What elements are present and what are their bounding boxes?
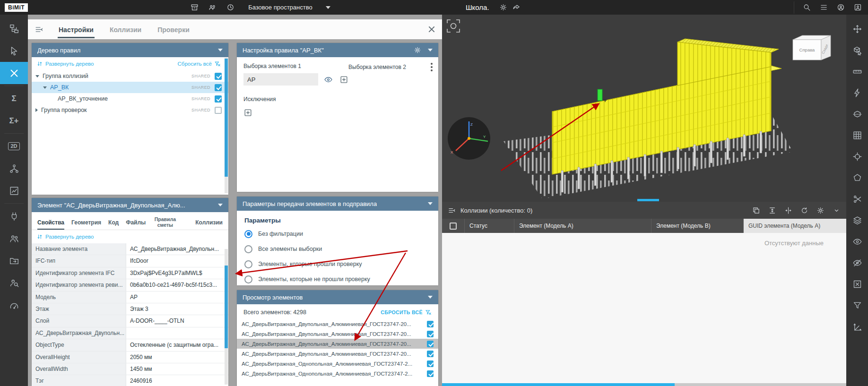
column-header-guid[interactable]: GUID элемента (Модель А)	[744, 219, 846, 233]
select-element-icon[interactable]	[846, 40, 868, 61]
tab-files[interactable]: Файлы	[126, 219, 146, 230]
viewport-3d[interactable]: Z Y X Справа Сзади	[442, 15, 846, 202]
hierarchy-icon[interactable]	[0, 157, 28, 180]
caret-down-icon[interactable]	[35, 75, 39, 77]
column-header-element-a[interactable]: Элемент (Модель А)	[514, 219, 651, 233]
filter-option[interactable]: Элементы, которые не прошли проверку	[237, 272, 438, 285]
user-search-icon[interactable]	[0, 272, 28, 294]
workspace-selector[interactable]: Базовое пространство	[248, 4, 330, 11]
kebab-menu-icon[interactable]	[431, 63, 433, 65]
reset-all-link[interactable]: Сбросить всё	[178, 60, 221, 67]
node-checkbox[interactable]	[215, 107, 222, 114]
clip-scissors-icon[interactable]	[846, 189, 868, 210]
radio-selected-icon[interactable]	[244, 230, 252, 238]
visibility-eye-icon[interactable]	[846, 231, 868, 252]
collapse-panel-icon[interactable]	[35, 25, 43, 34]
move-pan-icon[interactable]	[846, 18, 868, 40]
orientation-gizmo[interactable]: Z Y X	[448, 117, 490, 160]
table-row[interactable]: IFC-типIfcDoor	[32, 255, 228, 267]
scrollbar[interactable]	[225, 58, 228, 193]
item-checkbox[interactable]	[427, 331, 434, 337]
expand-tree-link[interactable]: Развернуть дерево	[36, 60, 94, 67]
list-item[interactable]: АС_ДверьВитражная_Однопольная_Алюминиева…	[237, 359, 438, 369]
item-checkbox[interactable]	[427, 351, 434, 357]
close-icon[interactable]	[428, 26, 435, 33]
models-archive-icon[interactable]	[188, 1, 201, 14]
column-header-status[interactable]: Статус	[465, 219, 514, 233]
list-item-selected[interactable]: АС_ДверьВитражная_Двупольная_Алюминиевая…	[237, 339, 438, 349]
expand-tree-link[interactable]: Развернуть дерево	[36, 233, 94, 240]
measure-icon[interactable]	[846, 61, 868, 82]
focus-target-icon[interactable]	[447, 20, 460, 32]
sum-icon[interactable]: Σ	[0, 87, 28, 110]
select-all-checkbox[interactable]	[450, 223, 457, 230]
tree-node-selected[interactable]: АР_ВК SHARED	[32, 82, 228, 93]
rule-tree-header[interactable]: Дерево правил	[32, 43, 228, 57]
chevron-down-icon[interactable]	[218, 49, 223, 51]
table-row[interactable]: OverallHeight2050 мм	[32, 352, 228, 363]
tree-node[interactable]: Группа проверок SHARED	[32, 104, 228, 116]
element-panel-header[interactable]: Элемент "АС_ДверьВитражная_Двупольная_Ал…	[32, 198, 228, 212]
selection1-input[interactable]	[243, 73, 318, 86]
chevron-down-icon[interactable]	[833, 206, 841, 214]
delete-box-icon[interactable]	[846, 274, 868, 295]
radio-icon[interactable]	[244, 275, 252, 283]
section-cube-icon[interactable]	[846, 103, 868, 125]
locate-icon[interactable]	[846, 146, 868, 167]
radio-icon[interactable]	[244, 245, 252, 253]
chevron-down-icon[interactable]	[428, 49, 433, 51]
tab-estimate-rules[interactable]: Правила сметы	[153, 216, 177, 230]
caret-right-icon[interactable]	[35, 108, 38, 112]
view-2d-icon[interactable]: 2D	[0, 135, 28, 157]
team-icon[interactable]	[206, 1, 219, 14]
list-item[interactable]: АС_ДверьВитражная_Двупольная_Алюминиевая…	[237, 319, 438, 329]
radio-icon[interactable]	[244, 260, 252, 268]
filter-option[interactable]: Элементы, которые прошли проверку	[237, 257, 438, 272]
users-icon[interactable]	[0, 227, 28, 249]
item-checkbox[interactable]	[427, 360, 434, 367]
column-header-element-b[interactable]: Элемент (Модель В)	[651, 219, 744, 233]
item-checkbox[interactable]	[427, 321, 434, 327]
sum-plus-icon[interactable]: Σ+	[0, 110, 28, 132]
collision-check-icon[interactable]	[0, 62, 28, 84]
fit-height-icon[interactable]	[768, 206, 776, 214]
history-icon[interactable]	[224, 1, 237, 14]
model-tree-icon[interactable]	[0, 17, 28, 40]
rule-config-header[interactable]: Настройка правила "АР_ВК"	[237, 43, 438, 57]
reset-all-link[interactable]: СБРОСИТЬ ВСЁ	[381, 309, 432, 316]
menu-icon[interactable]	[817, 1, 830, 14]
table-row[interactable]: МодельАР	[32, 292, 228, 303]
table-row[interactable]: СлойA-DOOR-____-OTLN	[32, 315, 228, 327]
table-row[interactable]: Название элементаАС_ДверьВитражная_Двупо…	[32, 243, 228, 255]
add-selection-icon[interactable]	[338, 74, 349, 85]
chevron-down-icon[interactable]	[218, 204, 223, 206]
tab-checks[interactable]: Проверки	[156, 21, 191, 38]
analytics-icon[interactable]	[0, 180, 28, 202]
table-row[interactable]: Идентификатор элемента IFC3DxPaj$PvE4g3L…	[32, 267, 228, 279]
tree-node[interactable]: Группа коллизий SHARED	[32, 70, 228, 82]
tab-collisions[interactable]: Коллизии	[109, 21, 142, 38]
duplicate-icon[interactable]	[752, 206, 760, 214]
list-item[interactable]: АС_ДверьВитражная_Однопольная_Алюминиева…	[237, 369, 438, 378]
table-row[interactable]: Идентификатор элемента реви...0b6a0b10-c…	[32, 279, 228, 291]
refresh-icon[interactable]	[800, 206, 808, 214]
navigation-cube[interactable]: Справа Сзади	[793, 35, 831, 60]
hide-eye-icon[interactable]	[846, 252, 868, 274]
filter-option[interactable]: Без фильтрации	[237, 226, 438, 241]
grid-icon[interactable]	[846, 125, 868, 146]
tab-geometry[interactable]: Геометрия	[71, 219, 101, 230]
tab-properties[interactable]: Свойства	[37, 219, 64, 230]
search-icon[interactable]	[800, 1, 813, 14]
node-checkbox[interactable]	[215, 73, 222, 80]
scrollbar[interactable]	[225, 249, 228, 385]
collisions-menu-icon[interactable]	[448, 206, 456, 214]
polygon-select-icon[interactable]	[846, 167, 868, 189]
dashboard-gauge-icon[interactable]	[0, 294, 28, 316]
export-icon[interactable]	[0, 249, 28, 272]
highlighted-element[interactable]	[598, 89, 602, 101]
layers-icon[interactable]	[846, 210, 868, 231]
gear-icon[interactable]	[414, 46, 421, 54]
app-logo[interactable]: BiMiT	[5, 3, 28, 12]
caret-down-icon[interactable]	[43, 86, 47, 89]
tab-collisions[interactable]: Коллизии	[195, 219, 223, 230]
